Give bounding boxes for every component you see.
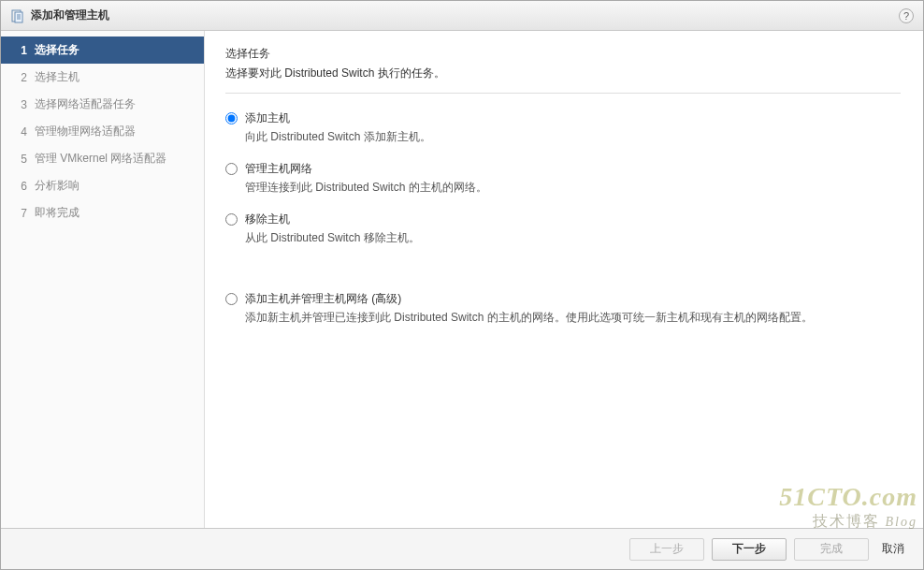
step-label: 管理 VMkernel 网络适配器	[35, 151, 166, 167]
option-desc: 添加新主机并管理已连接到此 Distributed Switch 的主机的网络。…	[245, 309, 901, 327]
host-wizard-icon	[10, 8, 25, 23]
content-divider	[225, 93, 901, 94]
content-subtitle: 选择要对此 Distributed Switch 执行的任务。	[225, 66, 901, 81]
step-label: 选择任务	[35, 42, 79, 58]
finish-button: 完成	[794, 538, 869, 561]
step-label: 管理物理网络适配器	[35, 124, 136, 139]
radio-add-hosts[interactable]	[225, 112, 238, 124]
step-label: 即将完成	[35, 205, 79, 221]
wizard-steps-sidebar: 1 选择任务 2 选择主机 3 选择网络适配器任务 4 管理物理网络适配器 5 …	[1, 31, 205, 528]
step-manage-vmkernel-adapters: 5 管理 VMkernel 网络适配器	[1, 145, 204, 172]
step-label: 选择主机	[35, 69, 79, 85]
radio-manage-host-networking[interactable]	[225, 163, 238, 175]
step-manage-physical-adapters: 4 管理物理网络适配器	[1, 118, 204, 145]
next-button[interactable]: 下一步	[712, 538, 787, 561]
help-icon[interactable]: ?	[899, 8, 914, 23]
option-spacer	[225, 263, 901, 291]
dialog-footer: 上一步 下一步 完成 取消	[1, 528, 923, 569]
option-remove-hosts[interactable]: 移除主机 从此 Distributed Switch 移除主机。	[225, 212, 901, 247]
radio-add-and-manage-advanced[interactable]	[225, 293, 238, 305]
step-select-hosts: 2 选择主机	[1, 64, 204, 91]
wizard-dialog: 添加和管理主机 ? 1 选择任务 2 选择主机 3 选择网络适配器任务 4 管理…	[0, 0, 924, 570]
step-select-task[interactable]: 1 选择任务	[1, 37, 204, 64]
step-label: 分析影响	[35, 178, 79, 194]
dialog-title: 添加和管理主机	[31, 7, 109, 23]
option-add-hosts[interactable]: 添加主机 向此 Distributed Switch 添加新主机。	[225, 110, 901, 146]
step-analyze-impact: 6 分析影响	[1, 172, 204, 199]
radio-remove-hosts[interactable]	[225, 213, 238, 226]
option-add-and-manage-advanced[interactable]: 添加主机并管理主机网络 (高级) 添加新主机并管理已连接到此 Distribut…	[225, 291, 901, 327]
option-label: 添加主机并管理主机网络 (高级)	[245, 292, 401, 305]
option-label: 移除主机	[245, 212, 290, 226]
dialog-body: 1 选择任务 2 选择主机 3 选择网络适配器任务 4 管理物理网络适配器 5 …	[1, 31, 923, 528]
option-label: 管理主机网络	[245, 162, 312, 175]
back-button: 上一步	[629, 538, 704, 561]
step-label: 选择网络适配器任务	[35, 96, 136, 112]
titlebar: 添加和管理主机 ?	[1, 1, 923, 31]
step-ready-to-complete: 7 即将完成	[1, 199, 204, 227]
content-heading: 选择任务	[225, 46, 901, 62]
cancel-button[interactable]: 取消	[876, 538, 910, 561]
option-desc: 管理连接到此 Distributed Switch 的主机的网络。	[245, 179, 901, 197]
step-select-adapter-tasks: 3 选择网络适配器任务	[1, 91, 204, 118]
option-manage-host-networking[interactable]: 管理主机网络 管理连接到此 Distributed Switch 的主机的网络。	[225, 161, 901, 197]
wizard-content: 选择任务 选择要对此 Distributed Switch 执行的任务。 添加主…	[205, 31, 923, 528]
option-desc: 向此 Distributed Switch 添加新主机。	[245, 128, 901, 146]
option-desc: 从此 Distributed Switch 移除主机。	[245, 229, 901, 247]
option-label: 添加主机	[245, 111, 290, 124]
